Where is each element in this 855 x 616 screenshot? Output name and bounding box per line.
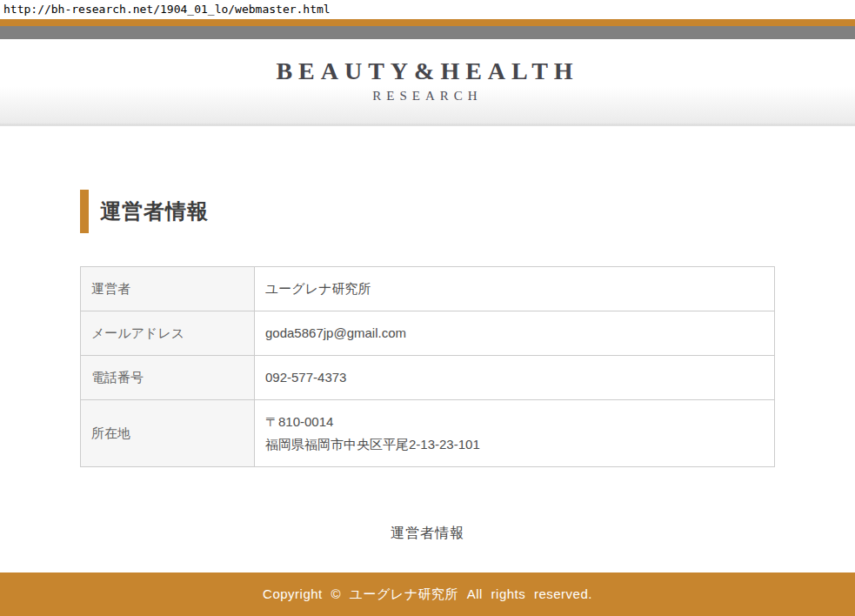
row-value: 〒810-0014 福岡県福岡市中央区平尾2-13-23-101 xyxy=(255,400,775,467)
site-logo[interactable]: BEAUTY&HEALTH RESEARCH xyxy=(0,57,855,104)
logo-title: BEAUTY&HEALTH xyxy=(0,57,855,85)
url-text: http://bh-research.net/1904_01_lo/webmas… xyxy=(3,3,331,16)
section-title-block: 運営者情報 xyxy=(80,190,775,233)
value-line: goda5867jp@gmail.com xyxy=(265,322,764,345)
row-label: 運営者 xyxy=(81,267,255,311)
main-content: 運営者情報 運営者 ユーグレナ研究所 メールアドレス goda5867jp@gm… xyxy=(0,126,855,572)
table-row-email: メールアドレス goda5867jp@gmail.com xyxy=(81,311,775,356)
value-line: ユーグレナ研究所 xyxy=(265,278,764,300)
site-header: BEAUTY&HEALTH RESEARCH xyxy=(0,39,855,126)
value-line-address: 福岡県福岡市中央区平尾2-13-23-101 xyxy=(265,433,764,456)
row-value: goda5867jp@gmail.com xyxy=(255,311,775,356)
row-label: メールアドレス xyxy=(81,311,255,356)
table-row-operator: 運営者 ユーグレナ研究所 xyxy=(81,267,775,311)
url-bar: http://bh-research.net/1904_01_lo/webmas… xyxy=(0,0,855,19)
footer-nav: 運営者情報 xyxy=(80,525,775,543)
row-label: 所在地 xyxy=(81,400,255,467)
table-row-phone: 電話番号 092-577-4373 xyxy=(81,356,775,400)
page-title: 運営者情報 xyxy=(100,198,209,225)
row-label: 電話番号 xyxy=(81,356,255,400)
operator-info-table: 運営者 ユーグレナ研究所 メールアドレス goda5867jp@gmail.co… xyxy=(80,266,775,467)
table-row-address: 所在地 〒810-0014 福岡県福岡市中央区平尾2-13-23-101 xyxy=(81,400,775,467)
row-value: 092-577-4373 xyxy=(255,356,775,400)
value-line: 092-577-4373 xyxy=(265,366,764,389)
copyright-text: Copyright © ユーグレナ研究所 All rights reserved… xyxy=(263,586,592,603)
accent-strip-top xyxy=(0,19,855,26)
copyright-bar: Copyright © ユーグレナ研究所 All rights reserved… xyxy=(0,572,855,616)
footer-nav-link-operator-info[interactable]: 運営者情報 xyxy=(391,526,464,540)
logo-subtitle: RESEARCH xyxy=(0,87,855,104)
row-value: ユーグレナ研究所 xyxy=(255,267,775,311)
value-line-postal: 〒810-0014 xyxy=(265,411,764,433)
gray-strip xyxy=(0,26,855,39)
